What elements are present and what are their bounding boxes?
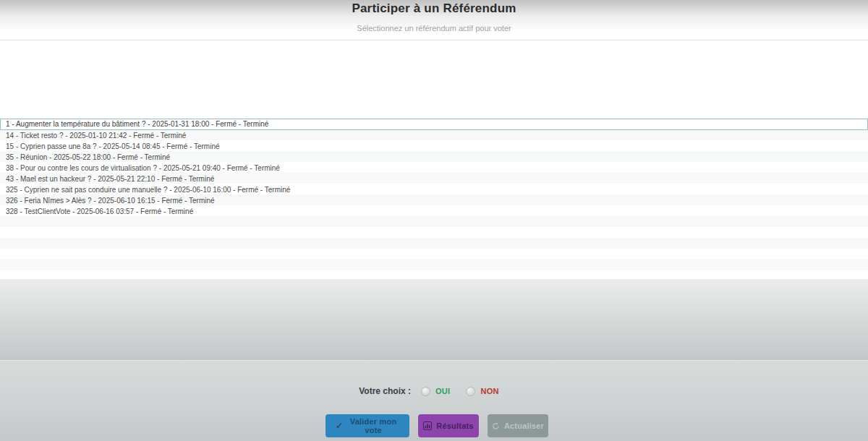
list-item[interactable]: 14 - Ticket resto ? - 2025-01-10 21:42 -… [0, 130, 868, 141]
radio-oui[interactable]: OUI [421, 387, 450, 396]
mid-gradient-zone [0, 279, 868, 360]
radio-non-label: NON [480, 387, 498, 395]
validate-vote-label: Valider mon vote [347, 417, 399, 434]
referendum-vote-screen: Participer à un Référendum Sélectionnez … [0, 0, 868, 441]
results-button[interactable]: Résultats [418, 414, 479, 437]
results-label: Résultats [436, 421, 473, 430]
list-item[interactable]: 35 - Réunion - 2025-05-22 18:00 - Fermé … [0, 152, 868, 163]
referendum-list[interactable]: 1 - Augmenter la température du bâtiment… [0, 119, 868, 279]
validate-vote-button[interactable]: ✓ Valider mon vote [326, 414, 409, 437]
refresh-label: Actualiser [504, 421, 544, 430]
action-buttons: ✓ Valider mon vote Résultats Act [326, 414, 548, 437]
refresh-icon [492, 422, 500, 430]
radio-oui-circle[interactable] [421, 387, 430, 396]
list-item[interactable]: 326 - Feria Nîmes > Alès ? - 2025-06-10 … [0, 195, 868, 206]
list-item[interactable]: 328 - TestClientVote - 2025-06-16 03:57 … [0, 206, 868, 217]
vote-choice-label: Votre choix : [359, 386, 411, 396]
list-item[interactable]: 15 - Cyprien passe une 8a ? - 2025-05-14… [0, 141, 868, 152]
refresh-button[interactable]: Actualiser [488, 414, 548, 437]
list-item[interactable]: 38 - Pour ou contre les cours de virtual… [0, 163, 868, 174]
radio-oui-label: OUI [435, 387, 450, 395]
list-item[interactable]: 43 - Mael est un hackeur ? - 2025-05-21 … [0, 174, 868, 184]
radio-non-circle[interactable] [466, 387, 475, 396]
vote-choice-row: Votre choix : OUI NON [359, 385, 515, 397]
content-spacer [0, 41, 868, 119]
page-subtitle: Sélectionnez un référendum actif pour vo… [0, 24, 868, 33]
list-item[interactable]: 325 - Cyprien ne sait pas conduire une m… [0, 184, 868, 195]
page-title: Participer à un Référendum [0, 0, 868, 16]
check-icon: ✓ [336, 421, 343, 431]
header: Participer à un Référendum Sélectionnez … [0, 0, 868, 40]
list-item[interactable]: 1 - Augmenter la température du bâtiment… [0, 119, 868, 130]
bar-chart-icon [423, 421, 432, 430]
radio-non[interactable]: NON [466, 387, 498, 396]
